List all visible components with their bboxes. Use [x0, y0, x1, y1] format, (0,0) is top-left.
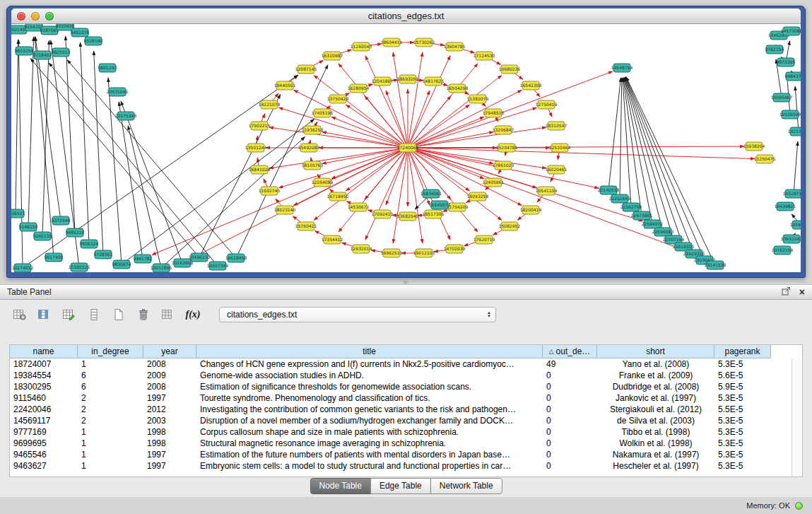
memory-indicator[interactable]: [795, 502, 803, 510]
graph-node[interactable]: 9148250: [19, 223, 38, 231]
network-canvas[interactable]: 1724006612520464160204611054110918200419…: [11, 24, 801, 272]
table-row[interactable]: 1830029562008Estimation of significance …: [10, 381, 802, 392]
graph-edge[interactable]: [191, 148, 408, 259]
graph-node[interactable]: 9728561: [94, 250, 113, 259]
graph-node[interactable]: 9762154: [765, 45, 784, 54]
table-row[interactable]: 969969511998Structural magnetic resonanc…: [10, 438, 802, 449]
graph-node[interactable]: 12932014: [351, 245, 372, 253]
graph-node[interactable]: 9941782: [134, 255, 153, 263]
graph-edge[interactable]: [608, 78, 620, 190]
delete-table-icon[interactable]: [134, 305, 153, 324]
graph-node[interactable]: 12264089: [312, 178, 334, 187]
graph-node[interactable]: 9873265: [777, 58, 796, 66]
graph-node[interactable]: 18200419: [520, 206, 542, 214]
table-settings-icon[interactable]: [10, 305, 30, 324]
graph-node[interactable]: 14530672: [348, 203, 370, 211]
table-row[interactable]: 1456911722003Disruption of a novel membe…: [10, 415, 802, 426]
graph-node[interactable]: 10385126: [69, 263, 90, 271]
graph-node[interactable]: 22140538: [598, 186, 620, 194]
graph-node[interactable]: 9528140: [84, 37, 103, 45]
graph-node[interactable]: 10217609: [788, 127, 801, 136]
graph-edge[interactable]: [18, 40, 23, 268]
graph-edge[interactable]: [152, 148, 408, 255]
graph-node[interactable]: 11260543: [351, 42, 372, 51]
graph-node[interactable]: 18693201: [397, 75, 419, 83]
graph-node[interactable]: 9984376: [785, 72, 801, 81]
graph-node[interactable]: 16542308: [520, 81, 542, 90]
graph-node[interactable]: 9718402: [33, 51, 52, 59]
table-row[interactable]: 911546021997Tourette syndrome. Phenomeno…: [10, 392, 802, 404]
graph-node[interactable]: 9825013: [52, 48, 71, 57]
table-select-dropdown[interactable]: citations_edges.txt ▲▼: [219, 307, 496, 322]
graph-edge[interactable]: [795, 86, 799, 132]
graph-node[interactable]: 17240066: [397, 144, 419, 152]
graph-node[interactable]: 10496230: [189, 253, 211, 262]
graph-node[interactable]: 14702039: [444, 245, 466, 253]
graph-edge[interactable]: [94, 51, 103, 255]
graph-edge[interactable]: [408, 148, 685, 250]
graph-node[interactable]: 9372048: [52, 216, 71, 225]
graph-node[interactable]: 14817625: [423, 77, 445, 86]
graph-node[interactable]: 9260135: [33, 232, 52, 240]
graph-node[interactable]: 15492087: [298, 144, 320, 152]
table-columns-icon[interactable]: [35, 305, 54, 324]
graph-node[interactable]: 9485210: [66, 228, 85, 237]
graph-node[interactable]: 9830674: [112, 260, 131, 269]
graph-node[interactable]: 15938204: [743, 142, 765, 151]
column-header-in_degree[interactable]: in_degree: [78, 345, 143, 358]
graph-node[interactable]: 18023140: [274, 206, 296, 214]
graph-node[interactable]: 13682540: [397, 212, 419, 221]
graph-node[interactable]: 17354412: [322, 235, 343, 244]
graph-node[interactable]: 18604411: [381, 38, 403, 47]
graph-node[interactable]: 16841020: [249, 165, 271, 174]
graph-edge[interactable]: [28, 37, 34, 227]
graph-node[interactable]: 17861023: [493, 161, 514, 170]
table-row[interactable]: 1872400712008Changes of HCN gene express…: [10, 358, 802, 370]
graph-edge[interactable]: [794, 141, 798, 194]
graph-node[interactable]: 9901247: [98, 64, 117, 72]
table-row[interactable]: 2242004622012Investigating the contribut…: [10, 404, 802, 415]
graph-node[interactable]: 10618458: [225, 254, 247, 262]
graph-edge[interactable]: [393, 148, 408, 243]
graph-node[interactable]: 11250476: [754, 155, 776, 163]
graph-node[interactable]: 10762154: [772, 246, 794, 255]
table-row[interactable]: 1938455462009Genome-wide association stu…: [10, 370, 802, 381]
graph-node[interactable]: 23141538: [705, 261, 726, 269]
graph-node[interactable]: 21075348: [115, 112, 137, 120]
graph-node[interactable]: 18440561: [274, 81, 296, 90]
zoom-button[interactable]: [45, 12, 54, 21]
graph-edge[interactable]: [122, 119, 314, 264]
column-header-out_de[interactable]: △out_de…: [543, 345, 597, 358]
table-rows-icon[interactable]: [84, 305, 104, 324]
graph-node[interactable]: 9617458: [45, 253, 64, 262]
import-table-icon[interactable]: [158, 305, 178, 324]
table-edit-icon[interactable]: [59, 305, 79, 324]
graph-node[interactable]: 16962510: [381, 249, 403, 257]
graph-node[interactable]: 13904785: [444, 42, 466, 51]
close-button[interactable]: [17, 12, 25, 21]
graph-node[interactable]: 15730262: [413, 38, 435, 47]
graph-edge[interactable]: [121, 101, 182, 263]
graph-node[interactable]: 22362750: [620, 203, 642, 211]
graph-edge[interactable]: [161, 136, 305, 268]
tab-node-table[interactable]: Node Table: [310, 478, 371, 494]
graph-node[interactable]: 15945672: [429, 201, 451, 209]
network-window-titlebar[interactable]: citations_edges.txt: [11, 8, 801, 24]
graph-edge[interactable]: [119, 102, 143, 259]
column-header-short[interactable]: short: [597, 345, 714, 358]
vertical-scrollbar[interactable]: [792, 358, 802, 477]
graph-node[interactable]: 10540932: [790, 221, 801, 229]
graph-node[interactable]: 16020461: [546, 165, 567, 174]
graph-edge[interactable]: [16, 40, 18, 214]
function-builder-icon[interactable]: f(x): [183, 305, 203, 324]
graph-edge[interactable]: [81, 42, 89, 244]
graph-node[interactable]: 10052896: [151, 264, 172, 272]
graph-node[interactable]: 14573086: [781, 27, 801, 35]
graph-node[interactable]: 10095487: [771, 93, 793, 102]
graph-edge[interactable]: [408, 52, 423, 148]
graph-node[interactable]: 22696083: [652, 228, 674, 236]
graph-node[interactable]: 12087145: [295, 65, 317, 74]
graph-node[interactable]: 9452076: [71, 28, 90, 37]
column-header-title[interactable]: title: [196, 345, 543, 358]
graph-node[interactable]: 15204781: [496, 144, 518, 152]
